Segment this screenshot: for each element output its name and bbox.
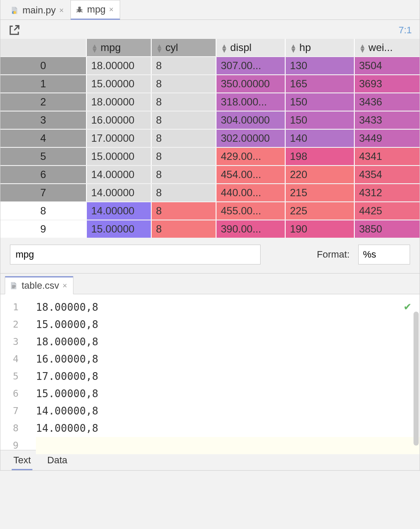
cell[interactable]: 4312	[355, 184, 420, 201]
cell[interactable]: 455.00...	[216, 202, 286, 220]
cell[interactable]: 3433	[355, 112, 420, 129]
close-icon[interactable]: ×	[59, 6, 64, 15]
table-row[interactable]: 915.000008390.00...1903850	[0, 220, 420, 238]
cell[interactable]: 4	[0, 130, 87, 147]
table-row[interactable]: 018.000008307.00...1303504	[0, 57, 420, 74]
cell[interactable]: 8	[152, 93, 216, 111]
close-icon[interactable]: ×	[63, 281, 67, 290]
col-header-wei[interactable]: ▲▼wei...	[355, 39, 420, 56]
cell[interactable]: 220	[286, 166, 355, 183]
cell[interactable]: 5	[0, 148, 87, 165]
editor-area[interactable]: 123456789 ✔ 18.00000,815.00000,818.00000…	[0, 294, 420, 450]
code-line[interactable]: 15.00000,8	[36, 385, 420, 402]
code-line[interactable]: 18.00000,8	[36, 333, 420, 351]
cell[interactable]: 190	[286, 220, 355, 238]
cell[interactable]: 6	[0, 166, 87, 183]
cell[interactable]: 150	[286, 112, 355, 129]
filter-input[interactable]	[10, 245, 261, 264]
cell[interactable]: 390.00...	[216, 220, 286, 238]
table-row[interactable]: 515.000008429.00...1984341	[0, 148, 420, 165]
cell[interactable]: 3850	[355, 220, 420, 238]
cell[interactable]: 0	[0, 57, 87, 74]
cell[interactable]: 3	[0, 112, 87, 129]
code-line[interactable]: 17.00000,8	[36, 368, 420, 385]
cell[interactable]: 17.00000	[87, 130, 152, 147]
tab-table-csv[interactable]: table.csv ×	[5, 276, 73, 294]
code-line[interactable]: 16.00000,8	[36, 351, 420, 368]
col-header-mpg[interactable]: ▲▼mpg	[87, 39, 152, 56]
table-row[interactable]: 417.000008302.000001403449	[0, 130, 420, 147]
cell[interactable]: 350.00000	[216, 75, 286, 92]
cell[interactable]: 3449	[355, 130, 420, 147]
code-line[interactable]: 14.00000,8	[36, 402, 420, 420]
table-row[interactable]: 115.000008350.000001653693	[0, 75, 420, 92]
cell[interactable]: 140	[286, 130, 355, 147]
table-row[interactable]: 714.000008440.00...2154312	[0, 184, 420, 201]
data-table[interactable]: ▲▼mpg ▲▼cyl ▲▼displ ▲▼hp ▲▼wei... 018.00…	[0, 38, 420, 239]
cell[interactable]: 8	[152, 202, 216, 220]
cell[interactable]: 8	[152, 148, 216, 165]
cell[interactable]: 1	[0, 75, 87, 92]
cell[interactable]: 8	[152, 220, 216, 238]
cell[interactable]: 14.00000	[87, 184, 152, 201]
cell[interactable]: 15.00000	[87, 148, 152, 165]
cell[interactable]: 130	[286, 57, 355, 74]
col-header-displ[interactable]: ▲▼displ	[216, 39, 286, 56]
cell[interactable]: 8	[152, 75, 216, 92]
format-input[interactable]	[358, 245, 410, 264]
cell[interactable]: 8	[152, 57, 216, 74]
cell[interactable]: 304.00000	[216, 112, 286, 129]
cell[interactable]: 14.00000	[87, 166, 152, 183]
cell[interactable]: 165	[286, 75, 355, 92]
cell[interactable]: 150	[286, 93, 355, 111]
code-line[interactable]: 18.00000,8	[36, 299, 420, 316]
cell[interactable]: 15.00000	[87, 75, 152, 92]
code-line[interactable]: 15.00000,8	[36, 316, 420, 333]
cell[interactable]: 18.00000	[87, 57, 152, 74]
cell[interactable]: 215	[286, 184, 355, 201]
cell[interactable]: 307.00...	[216, 57, 286, 74]
cell[interactable]: 4425	[355, 202, 420, 220]
cell[interactable]: 8	[152, 112, 216, 129]
cell[interactable]: 429.00...	[216, 148, 286, 165]
cell[interactable]: 440.00...	[216, 184, 286, 201]
col-header-hp[interactable]: ▲▼hp	[286, 39, 355, 56]
bottom-tab-data[interactable]: Data	[47, 455, 67, 466]
col-header-cyl[interactable]: ▲▼cyl	[152, 39, 216, 56]
tab-mpg[interactable]: mpg ×	[70, 0, 120, 20]
cell[interactable]: 4354	[355, 166, 420, 183]
cell[interactable]: 7	[0, 184, 87, 201]
cell[interactable]: 9	[0, 220, 87, 238]
cell[interactable]: 3436	[355, 93, 420, 111]
cell[interactable]: 302.00000	[216, 130, 286, 147]
code-content[interactable]: ✔ 18.00000,815.00000,818.00000,816.00000…	[26, 294, 420, 450]
cell[interactable]: 4341	[355, 148, 420, 165]
tab-main-py[interactable]: main.py ×	[6, 1, 70, 19]
popout-icon[interactable]	[8, 24, 20, 36]
cell[interactable]: 14.00000	[87, 202, 152, 220]
index-header[interactable]	[0, 39, 87, 56]
cell[interactable]: 18.00000	[87, 93, 152, 111]
cell[interactable]: 8	[152, 166, 216, 183]
close-icon[interactable]: ×	[109, 5, 114, 14]
cell[interactable]: 2	[0, 93, 87, 111]
cell[interactable]: 3693	[355, 75, 420, 92]
cell[interactable]: 3504	[355, 57, 420, 74]
table-row[interactable]: 218.000008318.000...1503436	[0, 93, 420, 111]
code-line[interactable]	[36, 437, 420, 454]
table-row[interactable]: 614.000008454.00...2204354	[0, 166, 420, 183]
cell[interactable]: 225	[286, 202, 355, 220]
scrollbar[interactable]	[414, 312, 419, 446]
table-row[interactable]: 814.000008455.00...2254425	[0, 202, 420, 220]
cell[interactable]: 8	[152, 184, 216, 201]
code-line[interactable]: 14.00000,8	[36, 420, 420, 437]
cell[interactable]: 454.00...	[216, 166, 286, 183]
bottom-tab-text[interactable]: Text	[13, 455, 31, 466]
cell[interactable]: 16.00000	[87, 112, 152, 129]
table-row[interactable]: 316.000008304.000001503433	[0, 112, 420, 129]
cell[interactable]: 15.00000	[87, 220, 152, 238]
cell[interactable]: 8	[0, 202, 87, 220]
cell[interactable]: 8	[152, 130, 216, 147]
cell[interactable]: 318.000...	[216, 93, 286, 111]
cell[interactable]: 198	[286, 148, 355, 165]
